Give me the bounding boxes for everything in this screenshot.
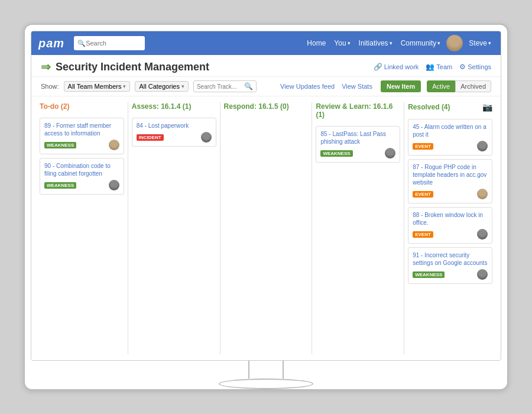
team-filter-label: All Team Members xyxy=(68,83,122,90)
table-row[interactable]: 91 - Incorrect security settings on Goog… xyxy=(408,247,492,284)
status-badge: WEAKNESS xyxy=(413,271,445,278)
page-title: Security Incident Management xyxy=(56,61,209,73)
security-icon: ⇒ xyxy=(41,60,51,74)
monitor-shell: pam 🔍 Home You ▾ Initiatives ▾ Community… xyxy=(24,24,508,390)
kanban-board: To-do (2)89 - Former staff member access… xyxy=(31,96,501,360)
page-actions: 🔗 Linked work 👥 Team ⚙ Settings xyxy=(374,63,491,71)
avatar xyxy=(477,229,488,240)
nav-link-you[interactable]: You ▾ xyxy=(332,39,352,47)
avatar xyxy=(109,140,119,150)
table-row[interactable]: 84 - Lost paperworkINCIDENT xyxy=(132,118,216,147)
table-row[interactable]: 45 - Alarm code written on a post itEVEN… xyxy=(408,119,492,156)
card-title: 87 - Rogue PHP code in template headers … xyxy=(413,163,488,186)
link-icon: 🔗 xyxy=(374,63,382,71)
app-container: pam 🔍 Home You ▾ Initiatives ▾ Community… xyxy=(31,31,501,360)
table-row[interactable]: 89 - Former staff member access to infor… xyxy=(40,118,124,154)
page-title-area: ⇒ Security Incident Management xyxy=(41,60,209,74)
avatar xyxy=(477,141,488,151)
avatar-image xyxy=(477,141,488,151)
kanban-col-assess: Assess: 16.1.4 (1)84 - Lost paperworkINC… xyxy=(128,102,220,354)
search-box[interactable]: 🔍 xyxy=(74,36,145,50)
status-badge: WEAKNESS xyxy=(320,150,352,157)
avatar-image xyxy=(477,269,488,280)
avatar-image xyxy=(477,189,488,199)
toolbar-left: Show: All Team Members ▾ All Categories … xyxy=(41,80,257,92)
card-footer: EVENT xyxy=(413,189,488,199)
table-row[interactable]: 88 - Broken window lock in office.EVENT xyxy=(408,207,492,244)
track-search[interactable]: 🔍 xyxy=(193,80,257,92)
monitor-base xyxy=(219,379,313,389)
table-row[interactable]: 87 - Rogue PHP code in template headers … xyxy=(408,159,492,203)
status-badge: WEAKNESS xyxy=(44,182,76,189)
kanban-col-respond: Respond: 16.1.5 (0) xyxy=(220,102,313,354)
avatar[interactable] xyxy=(446,35,463,51)
new-item-button[interactable]: New Item xyxy=(381,80,421,92)
nav-user-label[interactable]: Steve ▾ xyxy=(466,39,494,47)
avatar xyxy=(201,132,212,143)
toolbar-right: View Updates feed View Stats New Item Ac… xyxy=(277,80,491,92)
card-footer: INCIDENT xyxy=(137,132,212,143)
avatar xyxy=(477,269,488,280)
avatar-image xyxy=(477,229,488,240)
table-row[interactable]: 85 - LastPass: Last Pass phishing attack… xyxy=(316,126,400,163)
avatar xyxy=(477,189,488,199)
card-footer: WEAKNESS xyxy=(44,180,119,190)
kanban-col-review: Review & Learn: 16.1.6 (1)85 - LastPass:… xyxy=(312,102,404,354)
card-title: 89 - Former staff member access to infor… xyxy=(44,122,119,137)
category-filter[interactable]: All Categories ▾ xyxy=(135,81,188,92)
nav-link-initiatives[interactable]: Initiatives ▾ xyxy=(356,39,395,47)
active-button[interactable]: Active xyxy=(427,80,455,92)
top-nav: pam 🔍 Home You ▾ Initiatives ▾ Community… xyxy=(31,31,501,55)
nav-link-community[interactable]: Community ▾ xyxy=(398,39,443,47)
avatar xyxy=(109,180,119,190)
status-badge: EVENT xyxy=(413,143,433,150)
card-footer: WEAKNESS xyxy=(44,140,119,150)
chevron-down-icon: ▾ xyxy=(348,40,351,46)
search-input[interactable] xyxy=(86,40,139,47)
avatar-image xyxy=(385,148,395,159)
track-search-input[interactable] xyxy=(197,83,244,90)
card-footer: EVENT xyxy=(413,229,488,240)
show-label: Show: xyxy=(41,83,59,90)
col-title-resolved: Resolved (4) xyxy=(408,103,450,111)
card-title: 84 - Lost paperwork xyxy=(137,122,212,130)
linked-work-action[interactable]: 🔗 Linked work xyxy=(374,63,419,71)
card-footer: WEAKNESS xyxy=(413,269,488,280)
card-footer: WEAKNESS xyxy=(320,148,395,159)
nav-logo: pam xyxy=(38,37,64,50)
team-label: Team xyxy=(436,63,452,70)
chevron-down-icon: ▾ xyxy=(123,83,126,89)
team-action[interactable]: 👥 Team xyxy=(426,63,452,71)
status-badge: WEAKNESS xyxy=(44,142,76,148)
nav-link-home[interactable]: Home xyxy=(304,39,328,47)
chevron-down-icon: ▾ xyxy=(390,40,392,46)
kanban-col-resolved: Resolved (4)📷45 - Alarm code written on … xyxy=(404,102,496,354)
card-title: 91 - Incorrect security settings on Goog… xyxy=(413,251,488,267)
table-row[interactable]: 90 - Combination code to filing cabinet … xyxy=(40,158,124,195)
team-filter[interactable]: All Team Members ▾ xyxy=(64,81,131,92)
card-footer: EVENT xyxy=(413,141,488,151)
chevron-down-icon: ▾ xyxy=(181,83,184,89)
nav-links: Home You ▾ Initiatives ▾ Community ▾ Ste… xyxy=(304,35,494,51)
status-badge: EVENT xyxy=(413,231,433,238)
search-icon: 🔍 xyxy=(77,40,86,47)
linked-work-label: Linked work xyxy=(384,63,419,70)
avatar-image xyxy=(109,180,119,190)
search-icon: 🔍 xyxy=(244,82,253,90)
card-title: 90 - Combination code to filing cabinet … xyxy=(44,162,119,177)
col-header-assess: Assess: 16.1.4 (1) xyxy=(132,102,216,113)
archived-button[interactable]: Archived xyxy=(455,80,491,92)
chevron-down-icon: ▾ xyxy=(488,40,491,46)
monitor-screen: pam 🔍 Home You ▾ Initiatives ▾ Community… xyxy=(31,31,501,361)
gear-icon: ⚙ xyxy=(459,63,466,71)
chevron-down-icon: ▾ xyxy=(437,40,440,46)
monitor-stand xyxy=(231,361,301,389)
view-stats-button[interactable]: View Stats xyxy=(338,81,376,92)
monitor-neck xyxy=(248,361,284,379)
category-filter-label: All Categories xyxy=(139,83,179,90)
col-header-review: Review & Learn: 16.1.6 (1) xyxy=(316,102,400,121)
avatar-image xyxy=(446,35,463,51)
col-header-todo: To-do (2) xyxy=(40,102,124,113)
settings-action[interactable]: ⚙ Settings xyxy=(459,63,491,71)
view-updates-button[interactable]: View Updates feed xyxy=(277,81,338,92)
